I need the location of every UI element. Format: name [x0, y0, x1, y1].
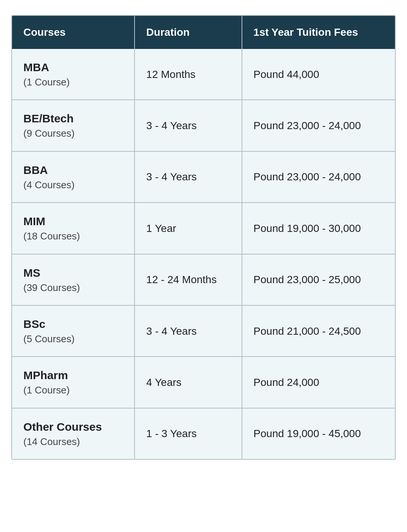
course-cell: MPharm(1 Course)	[12, 357, 135, 408]
course-count: (1 Course)	[23, 383, 123, 397]
course-name: BE/Btech	[23, 111, 123, 127]
fees-cell: Pound 23,000 - 24,000	[242, 151, 395, 203]
course-count: (39 Courses)	[23, 281, 123, 294]
fees-cell: Pound 23,000 - 25,000	[242, 254, 395, 305]
course-cell: BSc(5 Courses)	[12, 305, 135, 357]
course-count: (9 Courses)	[23, 127, 123, 140]
table-row: BE/Btech(9 Courses)3 - 4 YearsPound 23,0…	[12, 100, 395, 151]
course-count: (14 Courses)	[23, 435, 123, 448]
table-row: BBA(4 Courses)3 - 4 YearsPound 23,000 - …	[12, 151, 395, 203]
duration-cell: 3 - 4 Years	[135, 100, 242, 151]
fees-cell: Pound 44,000	[242, 49, 395, 100]
fees-cell: Pound 21,000 - 24,500	[242, 305, 395, 357]
course-name: MIM	[23, 213, 123, 229]
table-row: Other Courses(14 Courses)1 - 3 YearsPoun…	[12, 408, 395, 459]
duration-cell: 12 - 24 Months	[135, 254, 242, 305]
duration-cell: 1 Year	[135, 203, 242, 254]
duration-cell: 3 - 4 Years	[135, 305, 242, 357]
course-cell: Other Courses(14 Courses)	[12, 408, 135, 459]
courses-table: Courses Duration 1st Year Tuition Fees M…	[11, 15, 396, 460]
duration-cell: 3 - 4 Years	[135, 151, 242, 203]
header-courses: Courses	[12, 16, 135, 49]
course-count: (1 Course)	[23, 75, 123, 89]
course-name: BSc	[23, 316, 123, 332]
fees-cell: Pound 19,000 - 45,000	[242, 408, 395, 459]
course-count: (18 Courses)	[23, 229, 123, 243]
fees-cell: Pound 19,000 - 30,000	[242, 203, 395, 254]
header-duration: Duration	[135, 16, 242, 49]
table-row: MIM(18 Courses)1 YearPound 19,000 - 30,0…	[12, 203, 395, 254]
duration-cell: 4 Years	[135, 357, 242, 408]
table-row: MPharm(1 Course)4 YearsPound 24,000	[12, 357, 395, 408]
duration-cell: 12 Months	[135, 49, 242, 100]
table-row: BSc(5 Courses)3 - 4 YearsPound 21,000 - …	[12, 305, 395, 357]
course-count: (5 Courses)	[23, 332, 123, 346]
course-cell: BE/Btech(9 Courses)	[12, 100, 135, 151]
course-name: BBA	[23, 162, 123, 178]
table-row: MBA(1 Course)12 MonthsPound 44,000	[12, 49, 395, 100]
course-name: Other Courses	[23, 419, 123, 435]
fees-cell: Pound 23,000 - 24,000	[242, 100, 395, 151]
duration-cell: 1 - 3 Years	[135, 408, 242, 459]
course-count: (4 Courses)	[23, 178, 123, 192]
course-name: MS	[23, 265, 123, 281]
course-name: MPharm	[23, 367, 123, 383]
fees-cell: Pound 24,000	[242, 357, 395, 408]
course-cell: MIM(18 Courses)	[12, 203, 135, 254]
header-fees: 1st Year Tuition Fees	[242, 16, 395, 49]
course-cell: MS(39 Courses)	[12, 254, 135, 305]
course-name: MBA	[23, 59, 123, 75]
table-row: MS(39 Courses)12 - 24 MonthsPound 23,000…	[12, 254, 395, 305]
course-cell: MBA(1 Course)	[12, 49, 135, 100]
course-cell: BBA(4 Courses)	[12, 151, 135, 203]
